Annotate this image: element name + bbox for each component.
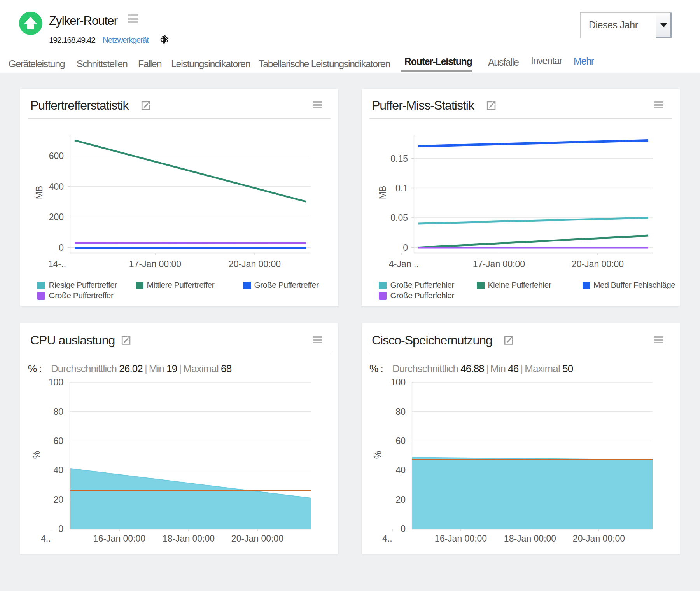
svg-text:80: 80 bbox=[53, 407, 63, 417]
svg-text:4..: 4.. bbox=[382, 533, 392, 544]
svg-text:0.1: 0.1 bbox=[396, 183, 408, 193]
svg-text:0.15: 0.15 bbox=[390, 154, 408, 164]
svg-text:0: 0 bbox=[58, 524, 63, 534]
svg-text:0.05: 0.05 bbox=[390, 213, 408, 223]
svg-text:20: 20 bbox=[53, 495, 63, 505]
svg-text:40: 40 bbox=[396, 465, 406, 475]
svg-text:Große Pufferfehler: Große Pufferfehler bbox=[390, 280, 455, 289]
svg-text:20-Jan 00:00: 20-Jan 00:00 bbox=[572, 259, 624, 269]
svg-text:16-Jan 00:00: 16-Jan 00:00 bbox=[435, 533, 487, 544]
svg-text:14-..: 14-.. bbox=[48, 259, 66, 269]
svg-text:0: 0 bbox=[403, 243, 408, 253]
svg-text:17-Jan 00:00: 17-Jan 00:00 bbox=[473, 259, 525, 269]
svg-text:Mittlere Puffertreffer: Mittlere Puffertreffer bbox=[147, 280, 215, 289]
svg-text:40: 40 bbox=[53, 465, 63, 475]
svg-text:%: % bbox=[373, 451, 383, 459]
svg-text:20-Jan 00:00: 20-Jan 00:00 bbox=[231, 533, 284, 544]
svg-text:80: 80 bbox=[396, 407, 406, 417]
svg-text:0: 0 bbox=[401, 524, 406, 534]
svg-text:4..: 4.. bbox=[41, 533, 51, 544]
svg-text:Große Puffertreffer: Große Puffertreffer bbox=[254, 280, 319, 289]
svg-text:18-Jan 00:00: 18-Jan 00:00 bbox=[504, 533, 556, 544]
svg-text:Kleine Pufferfehler: Kleine Pufferfehler bbox=[488, 280, 551, 289]
svg-text:16-Jan 00:00: 16-Jan 00:00 bbox=[93, 533, 145, 544]
svg-text:20-Jan 00:00: 20-Jan 00:00 bbox=[229, 259, 281, 269]
svg-text:17-Jan 00:00: 17-Jan 00:00 bbox=[129, 259, 181, 269]
svg-text:Große Pufferfehler: Große Pufferfehler bbox=[390, 291, 455, 300]
svg-text:Riesige Puffertreffer: Riesige Puffertreffer bbox=[49, 280, 117, 289]
svg-text:18-Jan 00:00: 18-Jan 00:00 bbox=[163, 533, 215, 544]
svg-text:400: 400 bbox=[49, 182, 64, 192]
svg-text:200: 200 bbox=[49, 212, 64, 222]
svg-text:20: 20 bbox=[396, 495, 406, 505]
svg-text:20-Jan 00:00: 20-Jan 00:00 bbox=[573, 533, 625, 544]
svg-text:600: 600 bbox=[49, 151, 64, 161]
svg-text:%: % bbox=[32, 451, 42, 459]
svg-text:100: 100 bbox=[391, 377, 406, 387]
svg-text:60: 60 bbox=[53, 436, 63, 446]
svg-text:MB: MB bbox=[378, 186, 388, 199]
svg-text:Große Puffertreffer: Große Puffertreffer bbox=[49, 291, 114, 300]
svg-text:60: 60 bbox=[396, 436, 406, 446]
svg-text:MB: MB bbox=[34, 186, 44, 199]
svg-text:100: 100 bbox=[49, 377, 63, 387]
svg-text:0: 0 bbox=[59, 243, 64, 253]
svg-text:Med Buffer Fehlschläge: Med Buffer Fehlschläge bbox=[593, 280, 675, 289]
svg-text:4-Jan ..: 4-Jan .. bbox=[389, 259, 419, 269]
